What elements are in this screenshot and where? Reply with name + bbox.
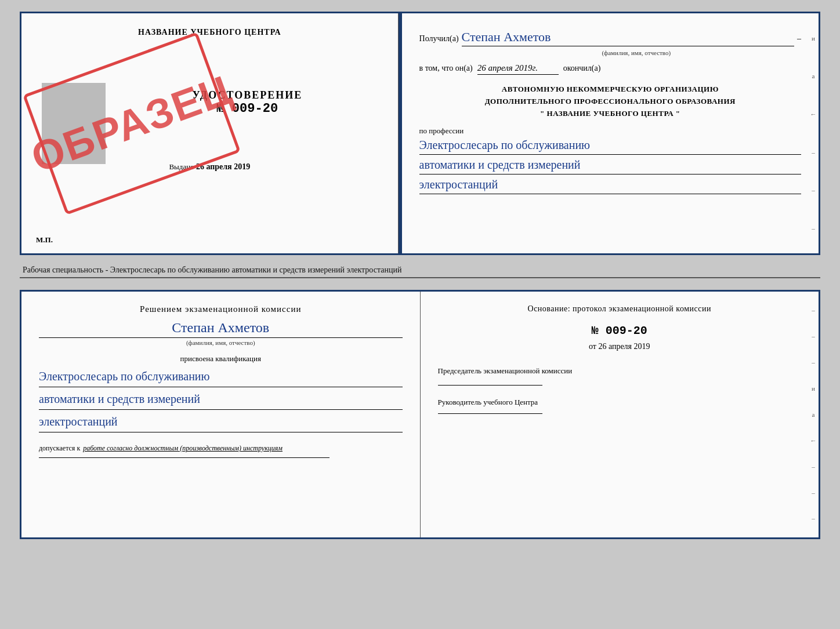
vtom-okoncil: окончил(а)	[563, 64, 601, 73]
chairman-sig-line	[438, 385, 542, 386]
top-left-title: НАЗВАНИЕ УЧЕБНОГО ЦЕНТРА	[36, 28, 383, 37]
po-professii-label: по профессии	[419, 126, 801, 136]
profession-line2: автоматики и средств измерений	[419, 158, 801, 174]
dopuskaetsya-text: работе согласно должностным (производств…	[83, 444, 283, 453]
protocol-number: № 009-20	[438, 324, 802, 337]
side-char-2: а	[808, 72, 819, 79]
bottom-right-page: Основание: протокол экзаменационной коми…	[421, 292, 819, 537]
profession-line1: Электрослесарь по обслуживанию	[419, 139, 801, 155]
poluchil-label: Получил(а)	[419, 34, 459, 43]
side-char-b4: и	[808, 385, 819, 392]
vtom-line: в том, что он(а) 26 апреля 2019г. окончи…	[419, 63, 801, 75]
top-document: НАЗВАНИЕ УЧЕБНОГО ЦЕНТРА УДОСТОВЕРЕНИЕ №…	[20, 12, 820, 255]
chairman-label: Председатель экзаменационной комиссии	[438, 366, 802, 376]
right-side-chars: и а ← – – –	[808, 13, 819, 253]
qualification-line1: Электрослесарь по обслуживанию	[39, 368, 403, 387]
resheniem-title: Решением экзаменационной комиссии	[39, 304, 403, 314]
side-char-b3: –	[808, 359, 819, 366]
specialty-caption: Рабочая специальность - Электрослесарь п…	[20, 261, 820, 278]
side-char-b8: –	[808, 489, 819, 496]
fio-hint-bottom: (фамилия, имя, отчество)	[39, 337, 403, 346]
top-left-page: НАЗВАНИЕ УЧЕБНОГО ЦЕНТРА УДОСТОВЕРЕНИЕ №…	[21, 13, 399, 253]
udostoverenie-label: УДОСТОВЕРЕНИЕ	[111, 89, 383, 101]
qualification-line2: автоматики и средств измерений	[39, 391, 403, 410]
profession-line3: электростанций	[419, 178, 801, 194]
side-char-b9: –	[808, 515, 819, 522]
document-container: НАЗВАНИЕ УЧЕБНОГО ЦЕНТРА УДОСТОВЕРЕНИЕ №…	[20, 12, 820, 539]
ot-label: от	[589, 342, 596, 351]
side-char-b2: –	[808, 333, 819, 340]
org-line2: ДОПОЛНИТЕЛЬНОГО ПРОФЕССИОНАЛЬНОГО ОБРАЗО…	[419, 96, 801, 108]
poluchil-line: Получил(а) Степан Ахметов –	[419, 30, 801, 46]
chairman-section: Председатель экзаменационной комиссии	[438, 366, 802, 386]
poluchil-name: Степан Ахметов	[462, 30, 794, 46]
side-char-3: ←	[808, 111, 819, 118]
vtom-date: 26 апреля 2019г.	[477, 63, 559, 75]
dopuskaetsya-label: допускается к	[39, 444, 80, 453]
qualification-line3: электростанций	[39, 413, 403, 432]
right-side-chars-bottom: – – – и а ← – – –	[808, 292, 819, 537]
rukovoditel-label: Руководитель учебного Центра	[438, 397, 802, 408]
side-char-b7: –	[808, 463, 819, 470]
mp-section: М.П.	[36, 235, 53, 245]
udostoverenie-number: № 009-20	[111, 101, 383, 116]
bottom-signature-line	[39, 457, 330, 458]
top-right-page: Получил(а) Степан Ахметов – (фамилия, им…	[402, 13, 819, 253]
side-char-4: –	[808, 149, 819, 156]
poluchil-dash: –	[797, 34, 801, 43]
photo-placeholder	[42, 83, 106, 164]
ot-date: от 26 апреля 2019	[438, 342, 802, 351]
udostoverenie-section: УДОСТОВЕРЕНИЕ № 009-20	[111, 89, 383, 116]
vtom-label: в том, что он(а)	[419, 64, 473, 73]
org-line1: АВТОНОМНУЮ НЕКОММЕРЧЕСКУЮ ОРГАНИЗАЦИЮ	[419, 83, 801, 96]
komissia-name: Степан Ахметов	[39, 320, 403, 336]
side-char-b5: а	[808, 411, 819, 418]
bottom-document: Решением экзаменационной комиссии Степан…	[20, 290, 820, 539]
dopuskaetsya-section: допускается к работе согласно должностны…	[39, 444, 403, 453]
org-section: АВТОНОМНУЮ НЕКОММЕРЧЕСКУЮ ОРГАНИЗАЦИЮ ДО…	[419, 83, 801, 119]
fio-hint-top: (фамилия, имя, отчество)	[419, 49, 801, 56]
ot-date-value: 26 апреля 2019	[598, 342, 650, 351]
osnovanie-title: Основание: протокол экзаменационной коми…	[438, 304, 802, 314]
side-char-b6: ←	[808, 437, 819, 444]
side-char-5: –	[808, 187, 819, 194]
org-line3: " НАЗВАНИЕ УЧЕБНОГО ЦЕНТРА "	[419, 108, 801, 120]
rukovoditel-sig-line	[438, 413, 542, 414]
vydano-label: Выдано	[169, 162, 194, 171]
bottom-left-page: Решением экзаменационной комиссии Степан…	[21, 292, 421, 537]
vydano-date: 26 апреля 2019	[196, 162, 250, 171]
side-char-6: –	[808, 225, 819, 232]
prisvoena-label: присвоена квалификация	[39, 354, 403, 363]
side-char-b1: –	[808, 307, 819, 314]
side-char-1: и	[808, 35, 819, 42]
